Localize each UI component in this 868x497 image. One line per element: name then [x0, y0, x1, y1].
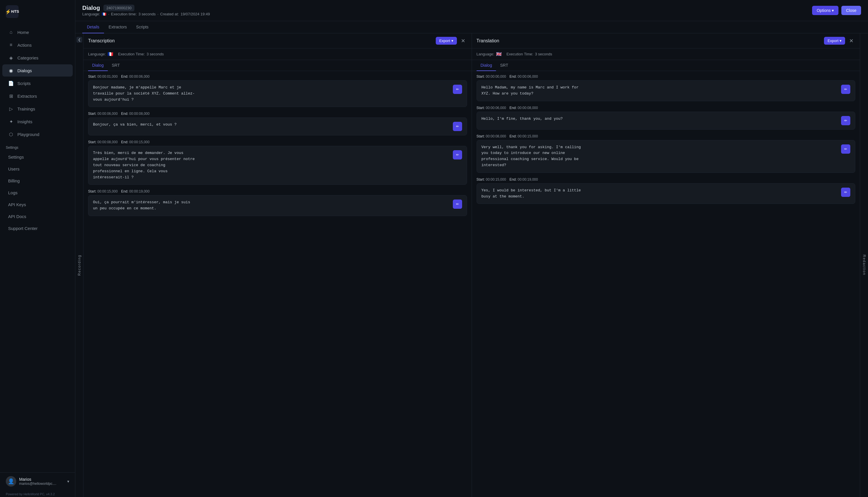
header-left: Dialog 240719000230 Language: 🇫🇷 · Execu…: [82, 5, 210, 16]
sidebar-bottom: 👤 Marios marios@helloworldpc.... ▾: [0, 472, 75, 490]
trainings-icon: ▷: [8, 106, 14, 112]
transcription-exec-label: Execution Time:: [118, 52, 145, 56]
segment-edit-button[interactable]: ✏: [841, 144, 850, 154]
sub-tab-dialog[interactable]: Dialog: [88, 60, 108, 71]
sidebar-item-label-playground: Playground: [17, 132, 40, 137]
segment-text-box: Oui, ça pourrait m'intéresser, mais je s…: [88, 195, 467, 216]
sidebar: ⚡ H/TS ⌂ Home ≡ Actions ◈ Categories ◉ D…: [0, 0, 75, 497]
header-meta: Language: 🇫🇷 · Execution time: 3 seconds…: [82, 12, 210, 16]
transcription-panel: Transcription Export ▾ ✕ Language: 🇫🇷: [84, 33, 472, 497]
sidebar-item-logs[interactable]: Logs: [2, 187, 73, 198]
segment-times: Start: 00:00:00,000 End: 00:00:06,000: [476, 74, 855, 79]
transcription-exec-value: 3 seconds: [147, 52, 164, 56]
options-button[interactable]: Options ▾: [812, 6, 838, 15]
translation-export-button[interactable]: Export ▾: [824, 37, 845, 45]
segment-text-box: Hello Madam, my name is Marc and I work …: [476, 80, 855, 101]
sidebar-item-scripts[interactable]: 📄 Scripts: [2, 77, 73, 89]
created-label: Created at:: [160, 12, 179, 16]
transcription-meta: Language: 🇫🇷 Execution Time: 3 seconds: [84, 48, 472, 60]
translation-language-meta: Language: 🇬🇧: [476, 51, 502, 57]
user-chevron-icon: ▾: [67, 479, 69, 484]
redaction-sidebar[interactable]: Redaction: [860, 33, 868, 497]
translation-flag: 🇬🇧: [496, 51, 502, 57]
sidebar-item-support[interactable]: Support Center: [2, 223, 73, 234]
dialog-content: ❮ Recording Transcription Export ▾ ✕: [75, 33, 868, 497]
nav-menu: ⌂ Home ≡ Actions ◈ Categories ◉ Dialogs …: [0, 23, 75, 472]
segment-times: Start: 00:00:08,000 End: 00:00:15,000: [88, 140, 467, 144]
sidebar-item-api_keys[interactable]: API Keys: [2, 199, 73, 210]
sub-tab-srt[interactable]: SRT: [108, 60, 124, 71]
sidebar-item-users[interactable]: Users: [2, 163, 73, 174]
tab-details[interactable]: Details: [82, 21, 104, 33]
segment-times: Start: 00:00:01,000 End: 00:00:06,000: [88, 74, 467, 79]
segment-text-box: Yes, I would be interested, but I'm a li…: [476, 183, 855, 204]
sidebar-item-label-extractors: Extractors: [17, 94, 37, 99]
transcription-export-button[interactable]: Export ▾: [436, 37, 457, 45]
scripts-icon: 📄: [8, 80, 14, 86]
sidebar-item-label-api_keys: API Keys: [8, 202, 26, 207]
translation-exec-label: Execution Time:: [506, 52, 533, 56]
close-label: Close: [846, 8, 856, 13]
segment-text-box: Très bien, merci de me demander. Je vous…: [88, 146, 467, 185]
segment-times: Start: 00:00:08,000 End: 00:00:15,000: [476, 134, 855, 138]
sidebar-item-actions[interactable]: ≡ Actions: [2, 39, 73, 51]
header-title-row: Dialog 240719000230: [82, 5, 210, 11]
collapse-button[interactable]: ❮: [76, 37, 82, 43]
segment-edit-button[interactable]: ✏: [841, 188, 850, 197]
tab-extractors[interactable]: Extractors: [104, 21, 132, 33]
sidebar-item-home[interactable]: ⌂ Home: [2, 26, 73, 38]
sidebar-item-label-home: Home: [17, 30, 29, 35]
user-profile[interactable]: 👤 Marios marios@helloworldpc.... ▾: [6, 476, 69, 486]
segment-text: Yes, I would be interested, but I'm a li…: [482, 188, 581, 200]
actions-icon: ≡: [8, 42, 14, 48]
sidebar-item-trainings[interactable]: ▷ Trainings: [2, 103, 73, 115]
segment-edit-button[interactable]: ✏: [453, 150, 462, 159]
close-button[interactable]: Close: [841, 6, 861, 15]
sidebar-item-playground[interactable]: ⬡ Playground: [2, 128, 73, 140]
translation-panel: Translation Export ▾ ✕ Language: 🇬🇧: [472, 33, 860, 497]
extractors-icon: ⊞: [8, 93, 14, 99]
panels-container: Transcription Export ▾ ✕ Language: 🇫🇷: [84, 33, 860, 497]
sidebar-item-categories[interactable]: ◈ Categories: [2, 52, 73, 64]
sidebar-item-insights[interactable]: ✦ Insights: [2, 115, 73, 128]
transcription-close-button[interactable]: ✕: [459, 37, 467, 45]
language-flag: 🇫🇷: [102, 12, 106, 16]
sidebar-item-billing[interactable]: Billing: [2, 175, 73, 186]
sidebar-item-label-settings: Settings: [8, 155, 24, 159]
sidebar-item-dialogs[interactable]: ◉ Dialogs: [2, 65, 73, 76]
transcription-language-label: Language:: [88, 52, 106, 56]
transcription-export-label: Export: [439, 39, 450, 43]
execution-value: 3 seconds: [138, 12, 156, 16]
sidebar-item-api_docs[interactable]: API Docs: [2, 211, 73, 222]
dialog-id-badge: 240719000230: [103, 5, 134, 11]
execution-label: Execution time:: [111, 12, 137, 16]
segment-block: Start: 00:00:06,000 End: 00:00:08,000 He…: [476, 106, 855, 130]
translation-segments-list: Start: 00:00:00,000 End: 00:00:06,000 He…: [472, 71, 860, 497]
tab-scripts[interactable]: Scripts: [132, 21, 153, 33]
segment-block: Start: 00:00:15,000 End: 00:00:19,000 Ye…: [476, 178, 855, 204]
segment-edit-button[interactable]: ✏: [841, 85, 850, 94]
sub-tab-dialog[interactable]: Dialog: [476, 60, 496, 71]
transcription-flag: 🇫🇷: [107, 51, 113, 57]
segment-edit-button[interactable]: ✏: [453, 199, 462, 209]
user-details: Marios marios@helloworldpc....: [19, 477, 64, 486]
segment-edit-button[interactable]: ✏: [453, 85, 462, 94]
sidebar-item-label-insights: Insights: [17, 119, 32, 124]
sub-tab-srt[interactable]: SRT: [496, 60, 512, 71]
segment-edit-button[interactable]: ✏: [453, 122, 462, 131]
translation-exec-meta: Execution Time: 3 seconds: [506, 52, 552, 56]
sidebar-item-extractors[interactable]: ⊞ Extractors: [2, 90, 73, 102]
translation-exec-value: 3 seconds: [535, 52, 552, 56]
redaction-label: Redaction: [862, 255, 866, 275]
user-email: marios@helloworldpc....: [19, 482, 64, 486]
transcription-exec-meta: Execution Time: 3 seconds: [118, 52, 164, 56]
home-icon: ⌂: [8, 29, 14, 35]
page-title: Dialog: [82, 5, 100, 11]
segment-edit-button[interactable]: ✏: [841, 116, 850, 125]
translation-close-button[interactable]: ✕: [848, 37, 855, 45]
sidebar-item-label-dialogs: Dialogs: [17, 68, 32, 73]
page-header: Dialog 240719000230 Language: 🇫🇷 · Execu…: [75, 0, 868, 21]
sidebar-item-settings[interactable]: Settings: [2, 151, 73, 163]
segment-text: Hello Madam, my name is Marc and I work …: [482, 85, 578, 97]
translation-meta: Language: 🇬🇧 Execution Time: 3 seconds: [472, 48, 860, 60]
